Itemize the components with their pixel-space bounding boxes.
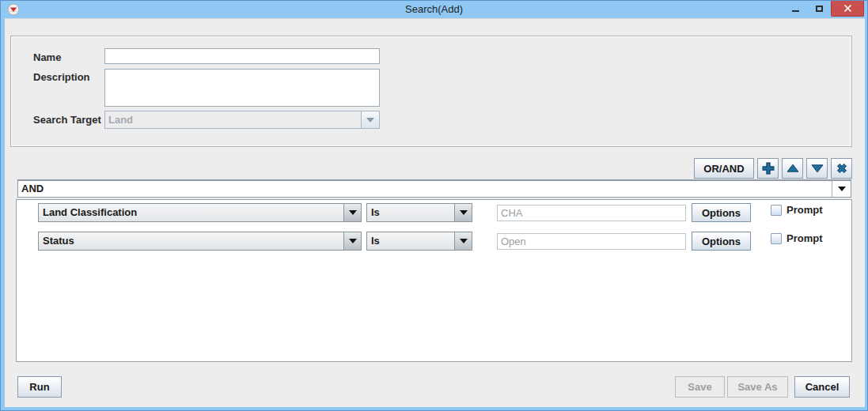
field-value: Land Classification <box>39 204 343 221</box>
logic-operator-combobox[interactable]: AND <box>17 179 851 198</box>
close-button[interactable] <box>831 1 864 17</box>
run-button[interactable]: Run <box>17 376 62 398</box>
triangle-up-icon <box>786 161 800 175</box>
prompt-label: Prompt <box>787 232 823 244</box>
remove-condition-button[interactable] <box>831 158 852 179</box>
chevron-down-icon <box>460 239 468 243</box>
options-button[interactable]: Options <box>692 203 751 222</box>
header-form-panel: Name Description Search Target Land <box>10 36 852 147</box>
chevron-down-icon <box>349 210 357 215</box>
maximize-icon <box>816 6 823 12</box>
search-target-combobox: Land <box>104 111 380 129</box>
operator-value: Is <box>367 204 454 221</box>
cancel-button[interactable]: Cancel <box>794 376 850 398</box>
operator-value: Is <box>367 232 454 250</box>
conditions-panel: Land Classification Is Options Prompt St… <box>16 199 852 362</box>
move-down-button[interactable] <box>806 158 828 179</box>
close-icon <box>843 4 852 13</box>
name-input[interactable] <box>104 48 380 64</box>
chevron-down-icon <box>349 239 357 243</box>
field-dropdown-button[interactable] <box>343 232 361 250</box>
chevron-down-icon <box>838 187 846 191</box>
operator-dropdown-button[interactable] <box>454 232 472 250</box>
save-as-button: Save As <box>727 376 788 398</box>
save-button: Save <box>675 376 725 398</box>
name-label: Name <box>33 51 61 63</box>
field-combobox[interactable]: Status <box>38 232 362 251</box>
plus-icon <box>761 161 775 175</box>
titlebar[interactable]: Search(Add) <box>1 1 867 18</box>
value-input[interactable] <box>497 233 686 250</box>
chevron-down-icon <box>366 118 374 123</box>
description-label: Description <box>33 71 90 83</box>
prompt-checkbox[interactable] <box>771 205 782 216</box>
dialog-client-area: Name Description Search Target Land OR/A… <box>5 18 865 407</box>
move-up-button[interactable] <box>782 158 803 179</box>
prompt-checkbox-group: Prompt <box>771 204 823 216</box>
operator-combobox[interactable]: Is <box>366 232 472 251</box>
value-input[interactable] <box>497 205 686 221</box>
prompt-checkbox[interactable] <box>771 233 782 244</box>
window-controls <box>783 1 864 18</box>
chevron-down-icon <box>460 210 468 215</box>
condition-toolbar: OR/AND <box>694 158 852 179</box>
maximize-button[interactable] <box>807 1 831 16</box>
prompt-checkbox-group: Prompt <box>771 232 823 244</box>
operator-combobox[interactable]: Is <box>366 203 472 222</box>
add-condition-button[interactable] <box>757 158 779 179</box>
search-target-dropdown-button <box>361 111 379 128</box>
minimize-icon <box>792 10 799 12</box>
field-value: Status <box>39 232 343 250</box>
description-input[interactable] <box>104 69 380 107</box>
or-and-button[interactable]: OR/AND <box>694 158 754 179</box>
triangle-down-icon <box>810 161 824 175</box>
dialog-window: Search(Add) Name Description Search Targ… <box>0 0 868 411</box>
logic-operator-value: AND <box>18 181 832 197</box>
x-cross-icon <box>835 161 849 175</box>
minimize-button[interactable] <box>783 1 807 16</box>
options-button[interactable]: Options <box>692 232 751 251</box>
field-combobox[interactable]: Land Classification <box>38 203 362 222</box>
prompt-label: Prompt <box>787 204 823 216</box>
field-dropdown-button[interactable] <box>343 204 361 221</box>
window-title: Search(Add) <box>1 1 867 18</box>
search-target-value: Land <box>105 111 361 128</box>
search-target-label: Search Target <box>33 114 101 126</box>
operator-dropdown-button[interactable] <box>454 204 472 221</box>
logic-operator-dropdown-button[interactable] <box>832 181 851 197</box>
